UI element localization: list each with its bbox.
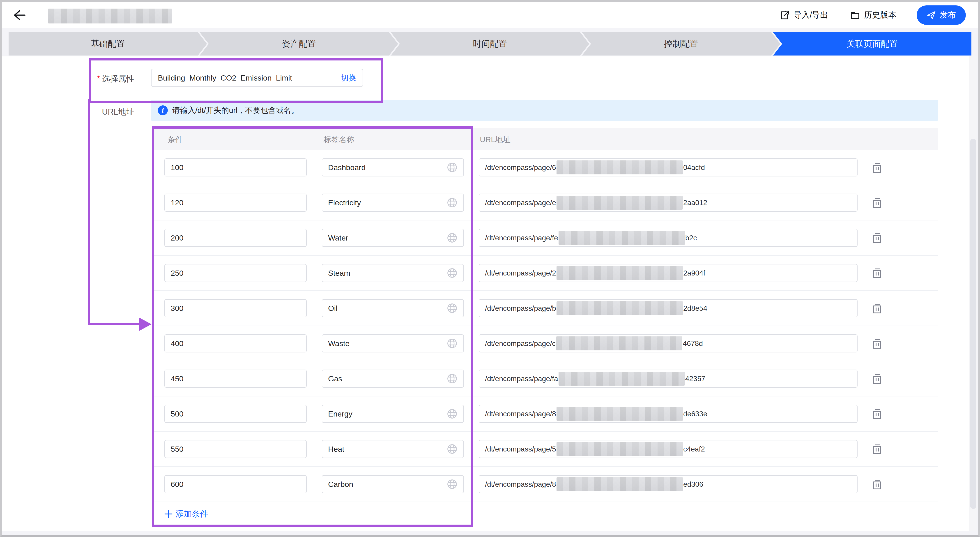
condition-input[interactable]: 550: [164, 440, 307, 458]
header-url: URL地址: [480, 134, 511, 145]
url-prefix: /dt/encompass/page/8: [485, 410, 556, 418]
delete-row-button[interactable]: [871, 196, 883, 210]
url-input[interactable]: /dt/encompass/page/5 c4eaf2: [479, 440, 858, 458]
redacted-url-segment: [557, 161, 683, 174]
delete-row-button[interactable]: [871, 443, 883, 456]
history-versions-button[interactable]: 历史版本: [848, 9, 898, 21]
info-icon: i: [158, 105, 168, 115]
tab-asset-config[interactable]: 资产配置: [200, 32, 398, 56]
delete-row-button[interactable]: [871, 232, 883, 245]
label-name-input[interactable]: Energy: [322, 405, 464, 423]
globe-icon: [447, 303, 458, 314]
attribute-input[interactable]: Building_Monthly_CO2_Emission_Limit 切换: [151, 69, 363, 87]
condition-input[interactable]: 100: [164, 158, 307, 177]
redacted-url-segment: [557, 266, 683, 280]
scrollbar-thumb[interactable]: [970, 139, 977, 509]
folder-icon: [850, 10, 860, 20]
condition-input[interactable]: 400: [164, 335, 307, 352]
label-value: Steam: [328, 269, 350, 277]
url-prefix: /dt/encompass/page/8: [485, 480, 556, 489]
table-row: 600 Carbon /dt/encompass/page/8 ed306: [152, 467, 938, 502]
condition-input[interactable]: 600: [164, 475, 307, 493]
publish-button[interactable]: 发布: [916, 5, 966, 25]
url-prefix: /dt/encompass/page/2: [485, 269, 556, 277]
import-export-button[interactable]: 导入/导出: [778, 9, 830, 21]
url-hint-text: 请输入/dt/开头的url，不要包含域名。: [172, 105, 299, 116]
condition-value: 550: [171, 445, 183, 454]
label-name-input[interactable]: Electricity: [322, 194, 464, 212]
table-row: 250 Steam /dt/encompass/page/2 2a904f: [152, 256, 938, 291]
url-input[interactable]: /dt/encompass/page/fe b2c: [479, 229, 858, 247]
trash-icon: [872, 338, 883, 350]
url-input[interactable]: /dt/encompass/page/fa 42357: [479, 370, 858, 388]
table-row: 100 Dashboard /dt/encompass/page/6 04acf…: [152, 150, 938, 185]
label-name-input[interactable]: Steam: [322, 264, 464, 282]
condition-input[interactable]: 500: [164, 405, 307, 423]
condition-value: 600: [171, 480, 183, 489]
attribute-label-text: 选择属性: [102, 74, 134, 83]
url-suffix: 4678d: [683, 339, 703, 348]
label-value: Carbon: [328, 480, 353, 489]
label-name-input[interactable]: Heat: [322, 440, 464, 458]
redacted-page-title: [48, 9, 172, 24]
tab-control-config[interactable]: 控制配置: [582, 32, 780, 56]
back-button[interactable]: [2, 2, 37, 28]
table-row: 550 Heat /dt/encompass/page/5 c4eaf2: [152, 432, 938, 467]
label-name-input[interactable]: Gas: [322, 370, 464, 388]
delete-row-button[interactable]: [871, 161, 883, 174]
tab-label: 资产配置: [282, 38, 316, 49]
label-value: Oil: [328, 304, 337, 313]
label-name-input[interactable]: Dashboard: [322, 158, 464, 177]
step-tabs: 基础配置 资产配置 时间配置 控制配置 关联页面配置: [9, 32, 971, 56]
globe-icon: [447, 408, 458, 419]
delete-row-button[interactable]: [871, 478, 883, 491]
url-input[interactable]: /dt/encompass/page/e 2aa012: [479, 194, 858, 212]
tab-time-config[interactable]: 时间配置: [391, 32, 589, 56]
condition-value: 300: [171, 304, 183, 313]
tab-label: 控制配置: [664, 38, 698, 49]
table-row: 200 Water /dt/encompass/page/fe b2c: [152, 220, 938, 256]
delete-row-button[interactable]: [871, 408, 883, 421]
label-name-input[interactable]: Waste: [322, 335, 464, 352]
trash-icon: [872, 443, 883, 456]
required-marker: *: [97, 74, 100, 83]
tab-basic-config[interactable]: 基础配置: [9, 32, 207, 56]
condition-input[interactable]: 120: [164, 194, 307, 212]
condition-input[interactable]: 300: [164, 299, 307, 317]
delete-row-button[interactable]: [871, 373, 883, 386]
table-rows: 100 Dashboard /dt/encompass/page/6 04acf…: [152, 150, 938, 502]
delete-row-button[interactable]: [871, 302, 883, 315]
condition-value: 100: [171, 163, 183, 172]
delete-row-button[interactable]: [871, 267, 883, 280]
condition-value: 500: [171, 410, 183, 418]
url-suffix: de633e: [683, 410, 707, 418]
url-input[interactable]: /dt/encompass/page/8 de633e: [479, 405, 858, 423]
label-name-input[interactable]: Carbon: [322, 475, 464, 493]
delete-row-button[interactable]: [871, 337, 883, 351]
url-suffix: ed306: [683, 480, 703, 489]
url-prefix: /dt/encompass/page/fa: [485, 374, 558, 383]
url-prefix: /dt/encompass/page/e: [485, 199, 556, 207]
url-suffix: b2c: [685, 234, 697, 242]
switch-attribute-link[interactable]: 切换: [341, 73, 356, 83]
tab-linked-page-config[interactable]: 关联页面配置: [773, 32, 971, 56]
redacted-url-segment: [558, 371, 685, 386]
url-input[interactable]: /dt/encompass/page/6 04acfd: [479, 158, 858, 177]
add-condition-button[interactable]: 添加条件: [164, 508, 208, 519]
condition-input[interactable]: 450: [164, 370, 307, 388]
condition-input[interactable]: 250: [164, 264, 307, 282]
url-input[interactable]: /dt/encompass/page/c 4678d: [479, 335, 858, 352]
url-input[interactable]: /dt/encompass/page/b 2d8e54: [479, 299, 858, 317]
label-name-input[interactable]: Oil: [322, 299, 464, 317]
label-value: Electricity: [328, 198, 361, 207]
condition-value: 400: [171, 339, 183, 348]
label-value: Gas: [328, 374, 342, 383]
table-row: 450 Gas /dt/encompass/page/fa 42357: [152, 361, 938, 397]
url-input[interactable]: /dt/encompass/page/8 ed306: [479, 475, 858, 493]
condition-input[interactable]: 200: [164, 229, 307, 247]
label-name-input[interactable]: Water: [322, 229, 464, 247]
url-input[interactable]: /dt/encompass/page/2 2a904f: [479, 264, 858, 282]
label-value: Heat: [328, 445, 344, 454]
import-export-icon: [780, 10, 790, 20]
globe-icon: [447, 197, 458, 208]
